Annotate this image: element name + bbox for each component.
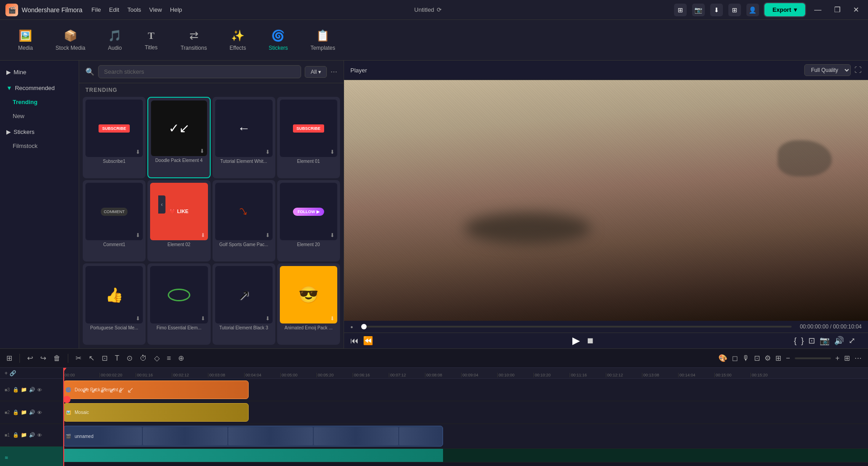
zoom-in-button[interactable]: + [835,354,840,362]
track3-lock-button[interactable]: 🔒 [13,387,19,393]
mark-in-button[interactable]: { [794,336,797,346]
snapshot-icon[interactable]: 📷 [692,4,705,16]
preview-expand-icon[interactable]: ⛶ [854,66,862,74]
mark-out-button[interactable]: } [801,336,804,346]
undo-button[interactable]: ↩ [27,354,33,362]
more-options-button[interactable]: ··· [330,67,337,76]
track3-eye-button[interactable]: 👁 [37,387,42,393]
sidebar-item-new[interactable]: New [0,109,79,123]
stabilize-button[interactable]: ⊕ [178,354,184,362]
skip-back-button[interactable]: ⏮ [350,336,359,346]
sticker-item-comment1[interactable]: COMMENT ⬇ Comment1 [83,180,146,262]
clip-mosaic[interactable]: 🖼️ Mosaic [63,403,249,422]
track-row-3[interactable]: 🌀 Doodle Pack Element 4 ↙ ↙ ↙ ↙ ↙ ↙ [63,379,868,401]
menu-view[interactable]: View [149,6,162,13]
sticker-item-subscribe1[interactable]: SUBSCRIBE ⬇ Subscribe1 [83,97,146,178]
sticker-item-element01[interactable]: SUBSCRIBE ⬇ Element 01 [277,97,340,178]
tab-effects[interactable]: ✨ Effects [221,26,255,55]
layout-icon[interactable]: ⊞ [674,4,687,16]
add-media-button[interactable]: + [5,370,8,376]
quality-select[interactable]: Full Quality 1/2 1/4 [804,64,851,76]
speed-button[interactable]: ⊙ [127,354,132,362]
ai-button[interactable]: ⚙ [764,354,771,362]
grid-icon[interactable]: ⊞ [728,4,741,16]
download-icon-tb[interactable]: ⬇ [710,4,723,16]
track1-lock-button[interactable]: 🔒 [13,432,19,438]
sticker-item-element20[interactable]: FOLLOW ▶ ⬇ Element 20 [277,180,340,262]
avatar-icon[interactable]: 👤 [746,4,759,16]
clip-doodle[interactable]: 🌀 Doodle Pack Element 4 ↙ ↙ ↙ ↙ ↙ ↙ [63,380,249,399]
track3-audio-button[interactable]: 🔊 [29,387,35,393]
track1-folder-button[interactable]: 📁 [21,432,27,438]
track1-eye-button[interactable]: 👁 [37,433,42,438]
color-button[interactable]: ◇ [154,354,160,362]
menu-tools[interactable]: Tools [127,6,141,13]
link-button[interactable]: 🔗 [9,370,16,376]
text-button[interactable]: T [115,354,119,362]
select-button[interactable]: ↖ [89,354,94,362]
track2-audio-button[interactable]: 🔊 [29,409,35,415]
sticker-item-portuguese[interactable]: 👍 ⬇ Portuguese Social Me... [83,263,146,345]
tab-transitions[interactable]: ⇄ Transitions [171,26,216,55]
progress-bar[interactable] [361,326,792,328]
track-row-1[interactable]: 🎬 unnamed [63,424,868,449]
play-button[interactable]: ▶ [572,335,580,347]
search-input[interactable] [98,65,301,78]
track-row-2[interactable]: 🖼️ Mosaic [63,401,868,424]
fullscreen-button[interactable]: ⤢ [849,336,855,346]
filter-button[interactable]: All ▾ [305,66,327,78]
cut-button[interactable]: ✂ [75,354,81,362]
tab-stock-media[interactable]: 📦 Stock Media [47,26,94,55]
mask-button[interactable]: ◻ [732,354,738,362]
sidebar-item-filmstock[interactable]: Filmstock [0,139,79,153]
tab-audio[interactable]: 🎵 Audio [99,26,131,55]
sidebar-stickers-header[interactable]: ▶ Stickers [0,125,79,139]
volume-button[interactable]: 🔊 [834,336,844,346]
track2-lock-button[interactable]: 🔒 [13,409,19,415]
subtitle-button[interactable]: ⊞ [775,354,781,362]
progress-thumb[interactable] [361,324,367,329]
redo-button[interactable]: ↪ [40,354,46,362]
transition-tl-button[interactable]: ⊡ [754,354,760,362]
delete-button[interactable]: 🗑 [53,354,61,362]
track3-folder-button[interactable]: 📁 [21,387,27,393]
close-button[interactable]: ✕ [849,5,863,14]
zoom-slider[interactable] [795,357,831,359]
more-tl-button[interactable]: ⋯ [854,354,862,362]
sidebar-recommended-header[interactable]: ▼ Recommended [0,81,79,95]
track-row-audio[interactable] [63,449,868,462]
crop-button[interactable]: ⊡ [808,336,815,346]
frame-back-button[interactable]: ⏪ [363,336,373,346]
menu-file[interactable]: File [91,6,101,13]
audio-tl-button[interactable]: ≡ [167,354,171,362]
sidebar-mine-header[interactable]: ▶ Mine [0,65,79,79]
sticker-item-doodle4[interactable]: ✓↙ ⬇ Doodle Pack Element 4 [147,97,210,178]
tab-media[interactable]: 🖼️ Media [9,26,42,55]
restore-button[interactable]: ❐ [830,5,844,14]
sticker-item-golf[interactable]: ⤵ ⬇ Golf Sports Game Pac... [212,180,275,262]
menu-help[interactable]: Help [170,6,182,13]
clip-unnamed[interactable]: 🎬 unnamed [63,426,443,447]
zoom-out-button[interactable]: − [786,354,790,362]
crop-tl-button[interactable]: ⊡ [102,354,108,362]
track2-eye-button[interactable]: 👁 [37,410,42,415]
view-toggle-button[interactable]: ⊞ [844,354,850,362]
sticker-item-animated-emoji[interactable]: 😎 ⬇ Animated Emoij Pack ... [277,263,340,345]
track2-folder-button[interactable]: 📁 [21,409,27,415]
snapshot-btn[interactable]: 📷 [820,336,830,346]
tab-titles[interactable]: T Titles [135,26,167,54]
tab-templates[interactable]: 📋 Templates [302,26,344,55]
sticker-item-element02[interactable]: ❤️ LIKE ⬇ Element 02 [147,180,210,262]
mic-button[interactable]: 🎙 [742,354,750,362]
track1-audio-button[interactable]: 🔊 [29,432,35,438]
tab-stickers[interactable]: 🌀 Stickers [259,26,297,55]
sticker-item-fimo[interactable]: ⬇ Fimo Essential Elem... [147,263,210,345]
playhead[interactable] [63,368,64,466]
color-grading-button[interactable]: 🎨 [718,354,727,362]
export-button[interactable]: Export ▾ [764,3,805,16]
add-track-button[interactable]: ⊞ [6,354,12,362]
menu-edit[interactable]: Edit [109,6,119,13]
timer-button[interactable]: ⏱ [140,354,147,362]
sticker-item-tutorial-black[interactable]: ↗ ⬇ Tutorial Element Black 3 [212,263,275,345]
sidebar-collapse-button[interactable]: ‹ [158,195,165,214]
